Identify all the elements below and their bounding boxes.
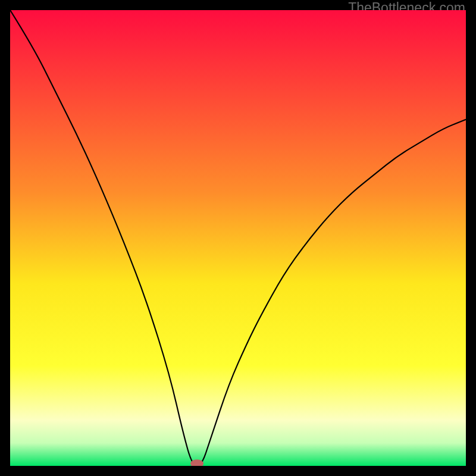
chart-svg (10, 10, 466, 466)
plot-area (10, 10, 466, 466)
gradient-background (10, 10, 466, 466)
chart-frame: TheBottleneck.com (0, 0, 476, 476)
